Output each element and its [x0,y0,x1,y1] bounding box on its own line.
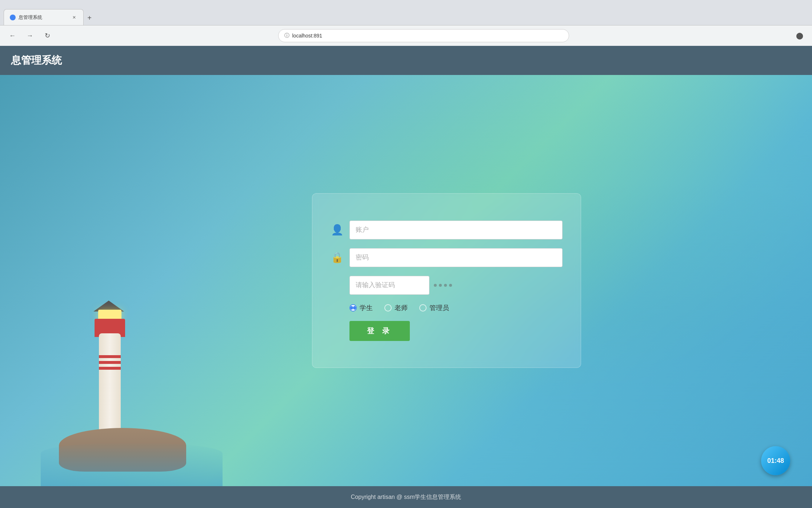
water-reflection [41,442,223,486]
tab-close-button[interactable]: ✕ [71,14,77,21]
clock-time: 01:48 [767,457,784,465]
address-bar[interactable]: ⓘ localhost:891 [278,29,569,42]
radio-teacher[interactable]: 老师 [384,303,408,312]
tab-bar: 息管理系统 ✕ + [4,0,95,25]
app-title: 息管理系统 [11,53,62,67]
security-icon: ⓘ [284,32,289,39]
back-button[interactable]: ← [6,29,19,42]
captcha-input[interactable] [349,276,429,295]
radio-admin-label: 管理员 [429,303,449,312]
captcha-dot-4 [449,284,452,287]
role-radio-row: 学生 老师 管理员 [331,303,563,312]
radio-teacher-button[interactable] [384,304,392,311]
login-panel: 👤 🔒 学生 老师 [312,193,581,368]
new-tab-button[interactable]: + [84,12,95,24]
radio-admin-button[interactable] [419,304,427,311]
radio-student-button[interactable] [349,304,357,311]
captcha-image[interactable] [434,284,452,287]
captcha-dot-2 [439,284,442,287]
user-icon: 👤 [331,224,344,236]
forward-button[interactable]: → [23,29,36,42]
password-row: 🔒 [331,248,563,267]
clock-widget: 01:48 [761,446,790,475]
radio-student[interactable]: 学生 [349,303,373,312]
captcha-dot-3 [444,284,447,287]
username-input[interactable] [349,221,563,239]
active-tab[interactable]: 息管理系统 ✕ [4,9,84,25]
address-bar-row: ← → ↻ ⓘ localhost:891 ⬤ [0,25,812,46]
footer: Copyright artisan @ ssm学生信息管理系统 [0,486,812,508]
main-content: 👤 🔒 学生 老师 [0,75,812,486]
lock-icon: 🔒 [331,251,344,263]
radio-student-label: 学生 [360,303,373,312]
lighthouse-body [99,333,121,435]
captcha-dot-1 [434,284,437,287]
login-button[interactable]: 登 录 [349,321,410,341]
captcha-row [331,276,563,295]
url-text: localhost:891 [292,33,323,39]
refresh-button[interactable]: ↻ [41,29,54,42]
tab-favicon [10,15,16,20]
lighthouse-stripes [99,355,121,370]
radio-teacher-label: 老师 [395,303,408,312]
extensions-button[interactable]: ⬤ [793,29,806,42]
browser-chrome: 息管理系统 ✕ + [0,0,812,25]
footer-text: Copyright artisan @ ssm学生信息管理系统 [351,493,461,501]
tab-title: 息管理系统 [19,14,68,21]
lighthouse-illustration [41,268,223,486]
app-header: 息管理系统 [0,46,812,75]
username-row: 👤 [331,221,563,239]
radio-admin[interactable]: 管理员 [419,303,449,312]
password-input[interactable] [349,248,563,267]
